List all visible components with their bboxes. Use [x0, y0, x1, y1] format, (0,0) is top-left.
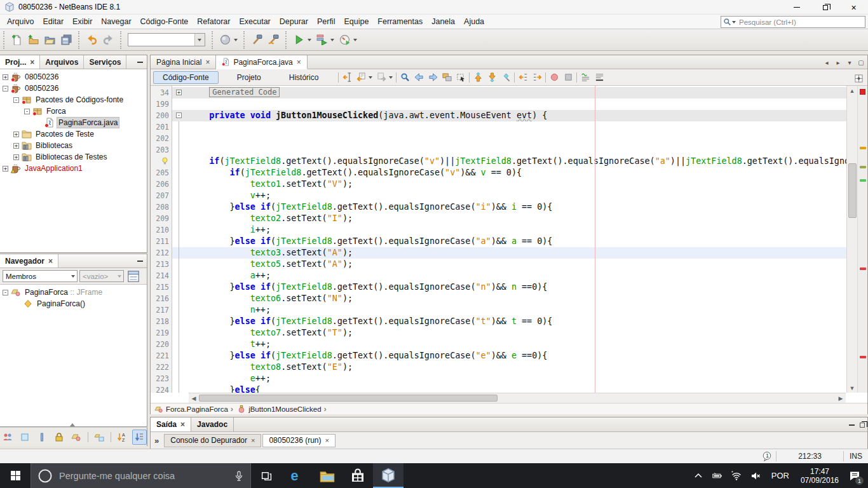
close-icon[interactable]: × [30, 59, 34, 65]
editor-tab-pagina-inicial[interactable]: Página Inicial× [151, 55, 216, 69]
menu-refatorar[interactable]: Refatorar [193, 15, 234, 28]
minimize-button[interactable] [782, 0, 811, 15]
comment-button[interactable] [578, 71, 592, 85]
breakpoint-button[interactable] [547, 71, 561, 85]
code-line[interactable]: 213 texto5.setText("A"); [151, 259, 846, 270]
clean-build-button[interactable] [265, 32, 281, 48]
find-prev-button[interactable] [412, 71, 426, 85]
members-filter-combo[interactable]: Membros [3, 270, 78, 282]
next-bookmark-button[interactable] [485, 71, 499, 85]
project-tree-item-pacotes-de-codigos-fonte[interactable]: -Pacotes de Códigos-fonte [0, 94, 147, 105]
close-icon[interactable]: × [180, 421, 185, 428]
tab-navigator[interactable]: Navegador × [0, 254, 58, 268]
line-number[interactable]: 211 [151, 236, 172, 247]
code-line[interactable]: 210 i++; [151, 224, 846, 236]
tab-arquivos[interactable]: Arquivos [40, 55, 84, 69]
language-indicator[interactable]: POR [765, 471, 796, 480]
find-next-button[interactable] [426, 71, 440, 85]
line-number[interactable]: 201 [151, 121, 172, 133]
line-number[interactable]: 34 [151, 87, 172, 98]
close-icon[interactable]: × [48, 258, 53, 264]
line-number[interactable]: 218 [151, 316, 172, 327]
code-line[interactable]: 34+ Generated Code [151, 87, 846, 98]
line-number[interactable]: 199 [151, 98, 172, 110]
menu-janela[interactable]: Janela [427, 15, 459, 28]
project-tree-item-pacotes-de-teste[interactable]: +Pacotes de Teste [0, 128, 147, 140]
project-tree-item-paginaforca-java[interactable]: PaginaForca.java [0, 117, 147, 128]
line-number[interactable]: 207 [151, 190, 172, 201]
tab-proj[interactable]: Proj...× [0, 55, 40, 69]
highlight-button[interactable] [440, 71, 454, 85]
line-number[interactable]: 210 [151, 224, 172, 236]
tab-servicos[interactable]: Serviços [84, 55, 126, 69]
view-projeto-button[interactable]: Projeto [227, 71, 271, 84]
code-line[interactable]: 214 a++; [151, 270, 846, 281]
scroll-right-button[interactable]: ▶ [836, 393, 846, 403]
wifi-icon[interactable]: * [727, 463, 746, 488]
scroll-up-button[interactable]: ▲ [847, 86, 857, 95]
volume-muted-icon[interactable] [746, 463, 765, 488]
menu-codigo-fonte[interactable]: Código-Fonte [136, 15, 193, 28]
line-number[interactable]: 221 [151, 350, 172, 362]
scroll-down-button[interactable]: ▼ [847, 383, 857, 393]
scroll-tabs-left-button[interactable]: ◂ [822, 57, 832, 67]
code-line[interactable]: 216 texto6.setText("N"); [151, 293, 846, 304]
code-line[interactable]: 221 }else if(jTextField8.getText().equal… [151, 350, 846, 362]
error-stripe-error-mark[interactable] [860, 89, 865, 95]
line-number[interactable]: 223 [151, 373, 172, 384]
close-icon[interactable]: × [297, 59, 301, 65]
code-line[interactable]: 212 texto3.setText("A"); [151, 247, 846, 259]
collapse-toggle[interactable]: - [24, 109, 30, 114]
error-stripe-warning-mark[interactable] [860, 147, 866, 149]
line-number[interactable]: 213 [151, 259, 172, 270]
line-number[interactable]: 209 [151, 213, 172, 224]
sort-source-button[interactable] [132, 430, 147, 445]
console-tab-console-do-depurador[interactable]: Console do Depurador× [164, 434, 261, 447]
menu-equipe[interactable]: Equipe [339, 15, 373, 28]
line-number[interactable]: 212 [151, 247, 172, 259]
open-project-button[interactable] [41, 32, 58, 48]
new-project-button[interactable] [25, 32, 41, 48]
show-classes-button[interactable] [69, 430, 84, 445]
stop-button[interactable] [561, 71, 575, 85]
error-stripe-error-mark[interactable] [860, 356, 866, 358]
menu-navegar[interactable]: Navegar [97, 15, 135, 28]
code-line[interactable]: 218 }else if(jTextField8.getText().equal… [151, 316, 846, 327]
code-line[interactable]: 211 }else if(jTextField8.getText().equal… [151, 236, 846, 247]
line-number[interactable]: 205 [151, 167, 172, 179]
collapsed-fold-label[interactable]: Generated Code [209, 87, 280, 97]
battery-icon[interactable] [708, 463, 727, 488]
expand-toggle[interactable]: + [3, 74, 8, 80]
cortana-search-input[interactable] [58, 470, 234, 482]
line-number[interactable]: 219 [151, 327, 172, 339]
code-line[interactable]: 205 if(jTextField8.getText().equalsIgnor… [151, 167, 846, 179]
new-file-button[interactable] [8, 32, 25, 48]
non-public-filter-button[interactable] [51, 430, 66, 445]
menu-ajuda[interactable]: Ajuda [459, 15, 489, 28]
sort-alpha-button[interactable]: AZ [115, 430, 130, 445]
error-stripe-error-mark[interactable] [860, 268, 866, 270]
forward-button[interactable] [374, 71, 388, 85]
line-number[interactable] [151, 156, 172, 167]
scroll-tabs-right-button[interactable]: ▸ [833, 57, 843, 67]
error-stripe-hint-mark[interactable] [860, 166, 866, 168]
save-all-button[interactable] [58, 32, 74, 48]
clock[interactable]: 17:47 07/09/2016 [796, 467, 844, 485]
vertical-scrollbar[interactable]: ▲ ▼ [846, 86, 857, 393]
taskbar-edge-button[interactable]: e [281, 463, 312, 488]
inspect-members-button[interactable] [126, 269, 141, 284]
output-tab-saida[interactable]: Saída× [151, 417, 191, 431]
menu-executar[interactable]: Executar [234, 15, 275, 28]
split-document-button[interactable] [851, 71, 865, 85]
code-line[interactable]: 200- private void jButton1MouseClicked(j… [151, 110, 846, 121]
navigator-item-paginaforca[interactable]: PaginaForca() [0, 298, 147, 309]
code-line[interactable]: 220 t++; [151, 339, 846, 350]
show-hidden-icons-button[interactable] [689, 463, 708, 488]
editor-tab-paginaforca-java[interactable]: PaginaForca.java× [216, 55, 307, 69]
line-number[interactable]: 203 [151, 144, 172, 156]
code-line[interactable]: if(jTextField8.getText().equalsIgnoreCas… [151, 156, 846, 167]
taskbar-store-button[interactable] [342, 463, 373, 488]
action-center-button[interactable]: 1 [844, 463, 868, 488]
task-view-button[interactable] [251, 463, 281, 488]
tab-list-dropdown-button[interactable]: ▾ [844, 57, 855, 67]
